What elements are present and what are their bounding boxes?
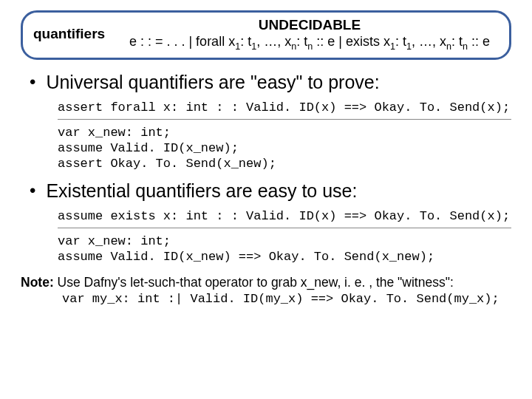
bullet-text: Universal quantifiers are "easy" to prov… bbox=[46, 72, 379, 93]
note-code: var my_x: int :| Valid. ID(my_x) ==> Oka… bbox=[21, 291, 511, 307]
bullet-list: Universal quantifiers are "easy" to prov… bbox=[21, 72, 511, 93]
code-forall-expand: var x_new: int; assume Valid. ID(x_new);… bbox=[58, 123, 511, 176]
grammar-line: e : : = . . . | forall x1: t1, …, xn: tn… bbox=[129, 34, 490, 49]
bullet-list-2: Existential quantifiers are easy to use: bbox=[21, 180, 511, 202]
bullet-text: Existential quantifiers are easy to use: bbox=[46, 180, 357, 202]
header-box: quantifiers UNDECIDABLE e : : = . . . | … bbox=[21, 10, 511, 60]
code-exists-expand: var x_new: int; assume Valid. ID(x_new) … bbox=[58, 231, 511, 269]
header-label: quantifiers bbox=[33, 26, 120, 42]
bullet-universal: Universal quantifiers are "easy" to prov… bbox=[30, 72, 511, 93]
code-exists-assume: assume exists x: int : : Valid. ID(x) ==… bbox=[58, 206, 511, 228]
note-text: Use Dafny's let-such-that operator to gr… bbox=[54, 275, 454, 290]
bullet-existential: Existential quantifiers are easy to use: bbox=[30, 180, 511, 202]
note-lead: Note: bbox=[21, 275, 54, 290]
code-forall-assert: assert forall x: int : : Valid. ID(x) ==… bbox=[58, 98, 511, 120]
note-block: Note: Use Dafny's let-such-that operator… bbox=[21, 274, 511, 307]
undecidable-label: UNDECIDABLE bbox=[120, 17, 499, 33]
header-right: UNDECIDABLE e : : = . . . | forall x1: t… bbox=[120, 17, 499, 52]
